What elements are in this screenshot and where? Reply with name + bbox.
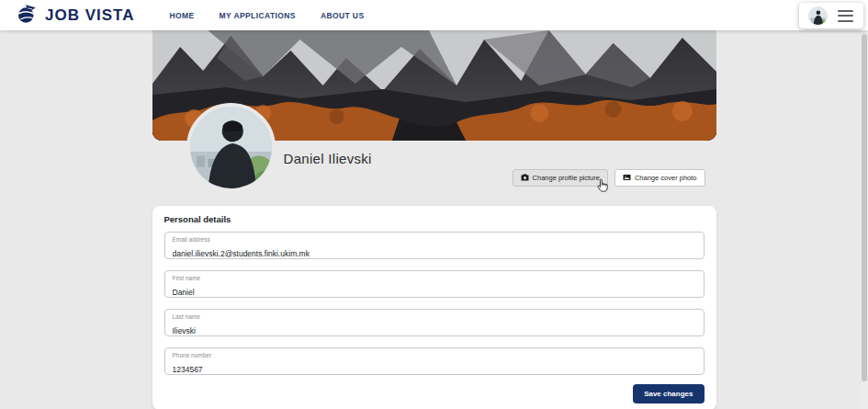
brand-name: JOB VISTA [45, 6, 134, 25]
change-profile-picture-button[interactable]: Change profile picture [513, 169, 608, 187]
camera-icon [521, 174, 529, 183]
change-cover-photo-button[interactable]: Change cover photo [614, 169, 705, 187]
page-content: Daniel Ilievski Change profile picture [0, 30, 868, 409]
brand-logo[interactable]: JOB VISTA [16, 3, 134, 28]
scrollbar-thumb[interactable] [862, 34, 867, 381]
phone-number-input[interactable] [173, 364, 696, 375]
email-field[interactable]: Email address [164, 232, 705, 259]
top-navbar: JOB VISTA HOME MY APPLICATIONS ABOUT US [0, 0, 868, 30]
vertical-scrollbar[interactable] [861, 30, 868, 409]
phone-number-field[interactable]: Phone number [164, 347, 705, 375]
card-title: Personal details [164, 214, 705, 224]
nav-link-about-us[interactable]: ABOUT US [321, 11, 365, 20]
phone-number-label: Phone number [173, 352, 696, 359]
nav-links: HOME MY APPLICATIONS ABOUT US [169, 11, 364, 20]
email-input[interactable] [173, 248, 696, 259]
navbar-user-menu[interactable] [799, 3, 863, 28]
first-name-label: First name [173, 275, 696, 282]
profile-header: Daniel Ilievski Change profile picture [152, 141, 716, 206]
navbar-avatar[interactable] [808, 6, 828, 26]
job-vista-logo-icon [16, 3, 38, 28]
email-label: Email address [173, 236, 696, 244]
last-name-field[interactable]: Last name [164, 309, 705, 336]
nav-link-my-applications[interactable]: MY APPLICATIONS [220, 11, 296, 20]
profile-actions: Change profile picture Change cover phot… [513, 169, 705, 187]
last-name-label: Last name [173, 313, 696, 321]
hamburger-menu-icon[interactable] [836, 7, 855, 25]
first-name-input[interactable] [173, 287, 696, 298]
personal-details-card: Personal details Email address First nam… [152, 206, 716, 409]
last-name-input[interactable] [173, 325, 696, 336]
save-changes-button[interactable]: Save changes [633, 384, 704, 403]
image-icon [623, 174, 631, 183]
profile-picture [186, 103, 276, 192]
profile-name: Daniel Ilievski [284, 151, 372, 166]
nav-link-home[interactable]: HOME [169, 11, 194, 20]
first-name-field[interactable]: First name [164, 270, 705, 298]
